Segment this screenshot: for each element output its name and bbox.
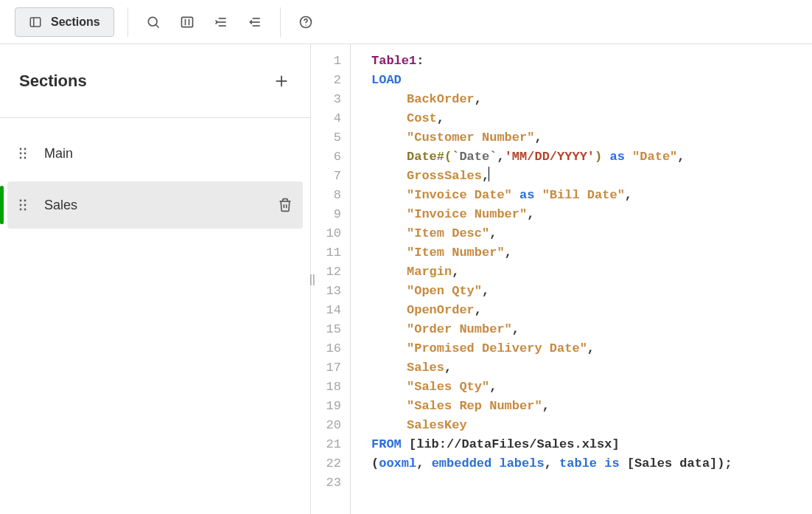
code-token: `Date` — [452, 150, 497, 164]
code-line[interactable]: "Item Desc", — [371, 224, 812, 243]
svg-point-2 — [148, 17, 157, 26]
code-line[interactable]: "Sales Qty", — [371, 378, 812, 397]
script-editor[interactable]: 1234567891011121314151617181920212223 Ta… — [311, 44, 812, 514]
section-row[interactable]: Main — [7, 130, 303, 177]
code-token: , — [497, 150, 504, 164]
trash-icon — [278, 198, 293, 212]
code-line[interactable]: GrossSales, — [371, 167, 812, 186]
search-button[interactable] — [139, 7, 168, 37]
indent-icon — [214, 15, 228, 29]
code-line[interactable]: FROM [lib://DataFiles/Sales.xlsx] — [371, 435, 812, 454]
code-line[interactable]: Sales, — [371, 358, 812, 378]
search-icon — [146, 15, 161, 29]
code-token: : — [416, 54, 424, 68]
code-token: , — [677, 150, 685, 164]
code-line[interactable]: "Customer Number", — [371, 128, 812, 147]
gutter-line-number: 11 — [311, 243, 341, 263]
code-line[interactable]: Margin, — [371, 263, 812, 282]
outdent-button[interactable] — [240, 7, 270, 37]
toolbar-separator — [127, 7, 128, 37]
code-token: , — [475, 303, 482, 317]
add-section-button[interactable] — [269, 69, 294, 94]
svg-point-27 — [20, 209, 22, 211]
code-token: [Sales data] — [627, 456, 717, 470]
code-token: as — [609, 150, 624, 164]
code-token: , — [452, 265, 459, 279]
section-row-label: Sales — [44, 198, 77, 213]
svg-line-3 — [155, 24, 158, 27]
editor-code-area[interactable]: Table1:LOADBackOrder,Cost,"Customer Numb… — [351, 44, 812, 514]
code-token: "Bill Date" — [542, 188, 625, 202]
code-token: , — [545, 456, 559, 470]
drag-handle[interactable] — [18, 198, 28, 212]
code-line[interactable]: "Order Number", — [371, 320, 812, 339]
code-line[interactable]: SalesKey — [371, 416, 812, 435]
code-line[interactable]: "Item Number", — [371, 243, 812, 263]
code-token: OpenOrder — [407, 303, 475, 317]
code-token: , — [534, 131, 542, 145]
code-line[interactable]: OpenOrder, — [371, 301, 812, 320]
code-token: , — [625, 188, 632, 202]
svg-point-20 — [24, 153, 27, 155]
code-token: [lib://DataFiles/Sales.xlsx] — [409, 437, 620, 451]
code-token: 'MM/DD/YYYY' — [505, 150, 595, 164]
code-token: as — [519, 188, 534, 202]
code-token: "Invoice Date" — [407, 188, 512, 202]
code-line[interactable]: (ooxml, embedded labels, table is [Sales… — [371, 454, 812, 473]
sections-toggle-button[interactable]: Sections — [15, 7, 114, 37]
gutter-line-number: 5 — [311, 128, 341, 147]
code-line[interactable]: "Invoice Number", — [371, 205, 812, 224]
code-token: , — [416, 456, 431, 470]
panel-splitter-handle[interactable]: || — [309, 273, 315, 286]
gutter-line-number: 6 — [311, 147, 341, 167]
code-token: ) — [595, 150, 602, 164]
code-line[interactable]: BackOrder, — [371, 90, 812, 109]
svg-point-22 — [24, 157, 27, 159]
code-token: Cost — [407, 111, 437, 125]
code-token: SalesKey — [407, 418, 467, 432]
delete-section-button[interactable] — [278, 198, 293, 212]
svg-point-28 — [24, 209, 27, 211]
svg-point-25 — [20, 204, 22, 206]
code-line[interactable]: "Sales Rep Number", — [371, 397, 812, 416]
svg-point-14 — [305, 24, 306, 25]
code-token — [625, 150, 632, 164]
code-token: "Sales Rep Number" — [407, 399, 542, 413]
code-token: , — [444, 361, 452, 375]
code-token — [602, 150, 609, 164]
code-line[interactable]: "Invoice Date" as "Bill Date", — [371, 186, 812, 205]
svg-point-21 — [20, 157, 22, 159]
gutter-line-number: 3 — [311, 90, 341, 109]
svg-rect-0 — [30, 18, 41, 27]
code-token: "Customer Number" — [407, 131, 534, 145]
code-token: "Promised Delivery Date" — [407, 341, 587, 355]
toolbar-separator — [280, 7, 281, 37]
code-line[interactable]: Date#(`Date`,'MM/DD/YYYY') as "Date", — [371, 147, 812, 167]
code-token: Margin — [407, 265, 452, 279]
code-line[interactable]: "Promised Delivery Date", — [371, 339, 812, 358]
code-token: ( — [444, 150, 452, 164]
code-token: ( — [371, 456, 379, 470]
help-button[interactable] — [291, 7, 321, 37]
section-row[interactable]: Sales — [7, 181, 303, 229]
indent-button[interactable] — [206, 7, 236, 37]
code-line[interactable]: Cost, — [371, 109, 812, 128]
drag-handle[interactable] — [18, 146, 28, 161]
code-line[interactable] — [371, 473, 812, 493]
code-line[interactable]: Table1: — [371, 52, 812, 71]
svg-rect-4 — [181, 17, 192, 27]
svg-point-17 — [20, 148, 22, 150]
code-token: ; — [725, 456, 732, 470]
gutter-line-number: 1 — [311, 52, 341, 71]
code-line[interactable]: "Open Qty", — [371, 282, 812, 301]
code-token: FROM — [371, 437, 402, 451]
gutter-line-number: 21 — [311, 435, 341, 454]
sections-panel-header: Sections — [0, 44, 310, 118]
code-line[interactable]: LOAD — [371, 71, 812, 90]
gutter-line-number: 4 — [311, 109, 341, 128]
gutter-line-number: 8 — [311, 186, 341, 205]
code-token: "Order Number" — [407, 322, 512, 336]
svg-point-23 — [20, 200, 22, 202]
comment-button[interactable] — [172, 7, 202, 37]
gutter-line-number: 18 — [311, 378, 341, 397]
